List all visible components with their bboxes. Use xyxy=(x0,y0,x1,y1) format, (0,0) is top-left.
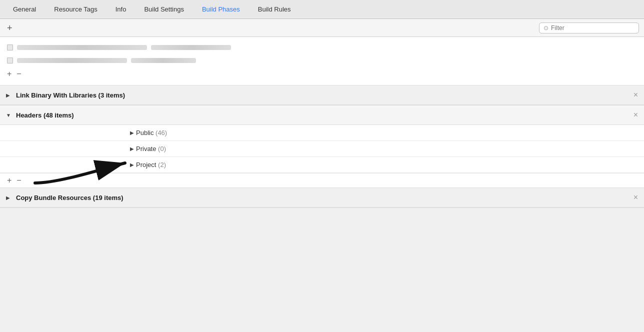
blurred-bar-1b xyxy=(151,45,231,50)
subsection-project-title: Project (2) xyxy=(136,161,166,168)
subsection-private-title: Private (0) xyxy=(136,145,166,152)
section-headers-header[interactable]: ▼ Headers (48 items) × xyxy=(0,106,644,125)
blurred-checkbox-2 xyxy=(7,58,13,64)
section-headers: ▼ Headers (48 items) × ▶ Public (46) ▶ P… xyxy=(0,106,644,188)
section-copy-bundle: ▶ Copy Bundle Resources (19 items) × xyxy=(0,188,644,208)
section-link-binary-header[interactable]: ▶ Link Binary With Libraries (3 items) × xyxy=(0,86,644,105)
close-link-binary-button[interactable]: × xyxy=(634,90,638,100)
blurred-remove-button[interactable]: − xyxy=(16,70,21,78)
headers-remove-button[interactable]: − xyxy=(16,176,21,184)
tab-resource-tags[interactable]: Resource Tags xyxy=(45,2,106,17)
filter-icon: ⊙ xyxy=(544,24,548,32)
blurred-bar-1a xyxy=(17,45,147,50)
tab-info[interactable]: Info xyxy=(106,2,136,17)
disclosure-triangle-copy-bundle: ▶ xyxy=(6,195,12,200)
subsection-public-header[interactable]: ▶ Public (46) xyxy=(0,125,644,140)
section-headers-title: Headers (48 items) xyxy=(16,112,74,119)
subsection-project-header[interactable]: ▶ Project (2) xyxy=(0,157,644,172)
subsection-public: ▶ Public (46) xyxy=(0,125,644,141)
blurred-row-1 xyxy=(0,41,644,54)
tab-build-phases[interactable]: Build Phases xyxy=(193,2,249,17)
disclosure-triangle-project: ▶ xyxy=(130,162,136,168)
subsection-private: ▶ Private (0) xyxy=(0,141,644,157)
headers-controls: + − xyxy=(0,173,644,188)
disclosure-triangle-link-binary: ▶ xyxy=(6,92,12,98)
blurred-row-2 xyxy=(0,54,644,67)
section-link-binary-title-row: ▶ Link Binary With Libraries (3 items) xyxy=(6,92,125,99)
subsection-public-title: Public (46) xyxy=(136,129,167,136)
blurred-section: + − xyxy=(0,37,644,86)
tab-build-settings[interactable]: Build Settings xyxy=(135,2,193,17)
toolbar-row: + ⊙ xyxy=(0,19,644,37)
close-copy-bundle-button[interactable]: × xyxy=(634,193,638,202)
section-link-binary-title: Link Binary With Libraries (3 items) xyxy=(16,92,125,99)
disclosure-triangle-headers: ▼ xyxy=(6,112,12,118)
close-headers-button[interactable]: × xyxy=(634,110,638,120)
disclosure-triangle-public: ▶ xyxy=(130,130,136,136)
section-headers-title-row: ▼ Headers (48 items) xyxy=(6,112,74,119)
headers-controls-wrapper: + − xyxy=(0,173,644,188)
filter-input[interactable] xyxy=(551,24,634,32)
blurred-add-button[interactable]: + xyxy=(7,70,12,78)
section-copy-bundle-title: Copy Bundle Resources (19 items) xyxy=(16,194,124,202)
section-copy-bundle-header[interactable]: ▶ Copy Bundle Resources (19 items) × xyxy=(0,188,644,208)
section-link-binary: ▶ Link Binary With Libraries (3 items) × xyxy=(0,86,644,106)
filter-box[interactable]: ⊙ xyxy=(539,22,639,34)
blurred-bar-2a xyxy=(17,58,127,63)
section-copy-bundle-title-row: ▶ Copy Bundle Resources (19 items) xyxy=(6,194,124,202)
blurred-bar-2b xyxy=(131,58,196,63)
headers-add-button[interactable]: + xyxy=(7,176,12,184)
add-phase-button[interactable]: + xyxy=(5,22,14,34)
tab-build-rules[interactable]: Build Rules xyxy=(249,2,300,17)
blurred-checkbox-1 xyxy=(7,44,13,50)
subsection-project: ▶ Project (2) xyxy=(0,157,644,173)
blurred-section-controls: + − xyxy=(0,67,644,81)
tab-bar: General Resource Tags Info Build Setting… xyxy=(0,0,644,19)
subsection-private-header[interactable]: ▶ Private (0) xyxy=(0,141,644,156)
disclosure-triangle-private: ▶ xyxy=(130,146,136,152)
tab-general[interactable]: General xyxy=(4,2,45,17)
